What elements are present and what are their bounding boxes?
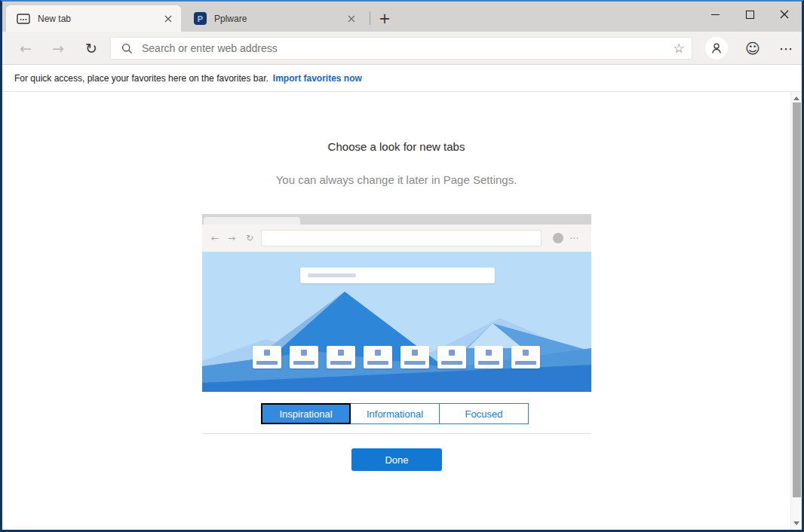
preview-tab-strip	[202, 214, 591, 225]
settings-more-button[interactable]: ⋯	[775, 37, 797, 60]
site-tile	[253, 346, 281, 368]
preview-forward-icon: →	[228, 225, 235, 252]
refresh-icon: ↻	[85, 40, 97, 57]
preview-mountain-scene	[202, 252, 591, 392]
minimize-button[interactable]	[698, 2, 732, 27]
person-icon	[710, 42, 723, 54]
refresh-button[interactable]: ↻	[80, 32, 103, 65]
forward-icon: →	[52, 40, 64, 57]
preview-more-icon: ⋯	[569, 225, 578, 252]
star-icon: ☆	[673, 41, 684, 56]
profile-button[interactable]	[705, 37, 728, 60]
preview-nav-bar: ← → ↻ ⋯	[202, 225, 591, 252]
back-icon: ←	[20, 40, 32, 57]
feedback-button[interactable]: ☺	[741, 37, 764, 60]
tab-close-icon[interactable]	[161, 12, 175, 26]
tab-title: Pplware	[214, 14, 345, 24]
done-button[interactable]: Done	[351, 448, 442, 471]
favorites-bar: For quick access, place your favorites h…	[2, 65, 802, 92]
forward-button[interactable]: →	[47, 32, 69, 65]
site-tile	[511, 346, 540, 368]
layout-preview-image: ← → ↻ ⋯	[202, 214, 591, 392]
preview-avatar	[553, 233, 563, 243]
tab-separator	[370, 11, 370, 25]
scrollbar[interactable]	[790, 92, 802, 530]
tab-strip: New tab P Pplware +	[2, 2, 802, 32]
new-tab-page-icon	[17, 14, 30, 24]
tab-new-tab[interactable]: New tab	[6, 5, 181, 32]
tab-pplware[interactable]: P Pplware	[183, 5, 364, 32]
option-informational[interactable]: Informational	[350, 403, 440, 424]
close-icon	[780, 10, 789, 19]
site-tile	[364, 346, 392, 368]
address-input[interactable]	[140, 41, 666, 55]
pplware-favicon: P	[194, 12, 207, 25]
site-tile	[400, 346, 429, 368]
favorites-message: For quick access, place your favorites h…	[14, 73, 269, 84]
scroll-up-arrow-icon[interactable]	[793, 96, 799, 100]
scrollbar-thumb[interactable]	[793, 102, 801, 497]
site-tile	[474, 346, 503, 368]
browser-window: New tab P Pplware +	[0, 0, 804, 532]
scroll-down-arrow-icon[interactable]	[793, 521, 799, 525]
site-tile	[327, 346, 355, 368]
maximize-button[interactable]	[732, 2, 767, 27]
divider	[202, 433, 591, 434]
minimize-icon	[711, 14, 720, 15]
address-bar[interactable]: ☆	[110, 37, 692, 60]
new-tab-page: Choose a look for new tabs You can alway…	[2, 92, 802, 530]
close-button[interactable]	[767, 2, 802, 27]
preview-address-field	[261, 230, 542, 246]
new-tab-button[interactable]: +	[375, 8, 394, 28]
back-button[interactable]: ←	[14, 32, 37, 65]
layout-option-group: Inspirational Informational Focused	[261, 403, 529, 424]
smiley-icon: ☺	[745, 40, 760, 57]
site-tile	[290, 346, 318, 368]
page-subtitle: You can always change it later in Page S…	[2, 173, 790, 186]
preview-refresh-icon: ↻	[246, 225, 253, 252]
option-focused[interactable]: Focused	[439, 403, 529, 424]
window-controls	[698, 2, 802, 27]
search-icon	[121, 43, 133, 54]
option-inspirational[interactable]: Inspirational	[261, 403, 351, 424]
favorites-star-button[interactable]: ☆	[666, 38, 692, 59]
preview-search-box	[300, 268, 495, 283]
preview-back-icon: ←	[211, 225, 219, 252]
tab-title: New tab	[38, 14, 161, 24]
preview-search-placeholder	[308, 274, 356, 277]
page-title: Choose a look for new tabs	[2, 140, 790, 153]
import-favorites-link[interactable]: Import favorites now	[273, 73, 362, 84]
preview-tab	[204, 217, 300, 225]
ellipsis-icon: ⋯	[779, 41, 793, 57]
tab-close-icon[interactable]	[345, 12, 358, 26]
navigation-bar: ← → ↻ ☆ ☺ ⋯	[2, 32, 802, 65]
maximize-icon	[746, 11, 754, 19]
site-tile	[437, 346, 466, 368]
